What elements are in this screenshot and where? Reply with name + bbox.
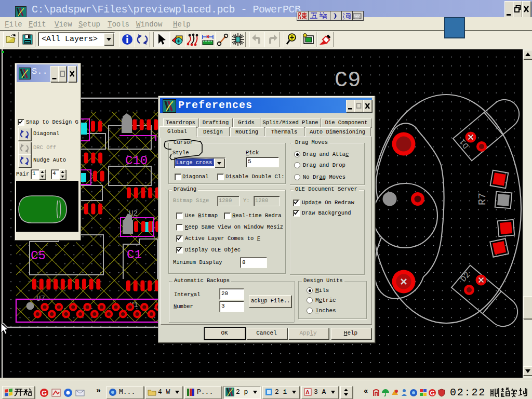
svg-text:G: G [430, 390, 435, 397]
svg-text:U2: U2 [129, 209, 138, 218]
svg-text:C5: C5 [31, 249, 46, 263]
svg-text:C9: C9 [335, 68, 361, 93]
svg-text:C10: C10 [125, 154, 148, 168]
svg-text:A: A [305, 389, 310, 395]
svg-text:G: G [42, 389, 47, 397]
svg-text:C1: C1 [127, 248, 142, 262]
svg-text:R7: R7 [476, 193, 488, 205]
